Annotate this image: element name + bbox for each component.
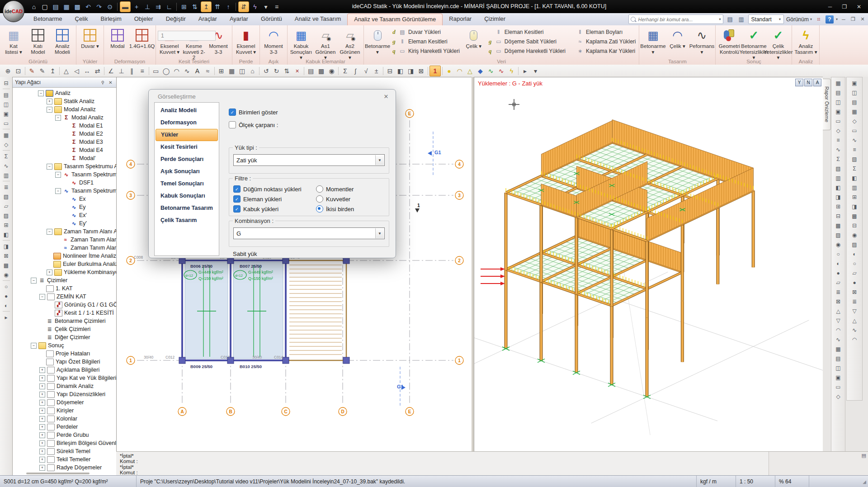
minimize-button[interactable]: ─ [824, 2, 836, 11]
tree-expander-icon[interactable]: + [39, 465, 45, 471]
tree-item-g-r-n-g1-g1-g-r[interactable]: ▞Görünüş G1 / G1 GÖR [13, 301, 117, 309]
tool-icon-44[interactable]: ◧ [395, 66, 406, 76]
ribbon-button-moment-3-3[interactable]: ◠Moment 3-3 [261, 27, 286, 55]
right2-icon-0[interactable]: ▣ [849, 78, 859, 88]
tool-icon-17[interactable]: ▭ [151, 66, 161, 76]
tab--elik[interactable]: Çelik [69, 13, 94, 25]
pin-icon[interactable]: ⚲ [99, 79, 107, 86]
tree-expander-icon[interactable]: + [39, 383, 45, 389]
tree-expander-icon[interactable]: + [39, 408, 45, 414]
left-icon-8[interactable]: ◇ [1, 140, 11, 149]
quick-icon-5[interactable]: ↶ [83, 2, 93, 12]
tree-item-yap-d-zensizlikleri[interactable]: +Yapı Düzensizlikleri [13, 390, 117, 398]
tree-item-dinamik-analiz[interactable]: +Dinamik Analiz [13, 382, 117, 390]
ribbon-button-1-4g-1-6q[interactable]: 1.4G+1.6Q [130, 27, 154, 50]
left-icon-2[interactable]: ▤ [1, 90, 11, 99]
tree-expander-icon[interactable]: − [31, 278, 37, 284]
left-icon-5[interactable]: ▭ [1, 118, 11, 128]
right2-icon-22[interactable]: ⊠ [849, 287, 859, 297]
tree-item-radye-d-emeler[interactable]: +Radye Döşemeler [13, 463, 117, 472]
tree-expander-icon[interactable]: + [47, 270, 52, 275]
right2-icon-4[interactable]: ◇ [849, 116, 859, 126]
left-icon-10[interactable]: Σ [1, 151, 11, 161]
left-icon-0[interactable]: ⊟ [1, 78, 11, 88]
dialog-list--elik-tasar-m[interactable]: Çelik Tasarım [155, 214, 219, 227]
right2-icon-25[interactable]: △ [849, 316, 859, 325]
right2-icon-2[interactable]: ▤ [849, 97, 859, 107]
right2-icon-15[interactable]: ⊟ [849, 221, 859, 230]
filter-radio-0[interactable]: Momentler [316, 184, 354, 194]
close-icon[interactable]: ✕ [382, 92, 390, 100]
tool-icon-50[interactable]: ● [444, 66, 454, 76]
tool-icon-12[interactable]: ∠ [106, 66, 116, 76]
ribbon-button-betonarme[interactable]: Betonarme ▾ [365, 27, 390, 55]
tool-icon-35[interactable]: ▩ [316, 66, 326, 76]
tab-report-preview[interactable]: Rapor Önizleme [823, 79, 831, 130]
ribbon-button-kat-listesi[interactable]: ▦Kat listesi ▾ [1, 27, 26, 55]
right2-icon-24[interactable]: ▽ [849, 306, 859, 316]
right2-icon-16[interactable]: ◉ [849, 230, 859, 240]
tree-item-nonlineer-i-tme-analizi[interactable]: Nonlineer İtme Analizi [13, 252, 117, 260]
dialog-list-analiz-modeli[interactable]: Analiz Modeli [155, 104, 219, 117]
ribbon-item-kaplama-zati-y-kleri[interactable]: ≈Kaplama Zati Yükleri [569, 38, 636, 45]
layer-stack-icon[interactable]: ▥ [737, 15, 746, 24]
tree-expander-icon[interactable]: − [55, 115, 61, 121]
dialog-list-a-k-sonu-lar-[interactable]: Aşık Sonuçları [155, 165, 219, 178]
left-icon-14[interactable]: ≣ [1, 182, 11, 192]
status-zoom[interactable]: % 64 [775, 476, 809, 487]
scale-factor-checkbox[interactable]: Ölçek çarpanı : [229, 120, 278, 129]
right1-icon-21[interactable]: ▱ [833, 278, 843, 287]
tool-icon-40[interactable]: √ [361, 66, 371, 76]
tree-item-kolonlar[interactable]: +Kolonlar [13, 415, 117, 423]
tab--izimler[interactable]: Çizimler [478, 13, 512, 25]
right1-icon-4[interactable]: ▭ [833, 116, 843, 126]
ribbon-button-modal[interactable]: Modal [105, 27, 130, 50]
tool-icon-46[interactable]: ⊠ [416, 66, 426, 76]
tool-icon-34[interactable]: ▤ [306, 66, 316, 76]
right1-icon-23[interactable]: ⊠ [833, 297, 843, 306]
tree-item-zaman-tan-m-alan-f[interactable]: ≈Zaman Tanım Alanı F [13, 236, 117, 244]
status-unit[interactable]: kgf / m [697, 476, 736, 487]
tool-icon-14[interactable]: ∥ [127, 66, 137, 76]
tab-ayarlar[interactable]: Ayarlar [223, 13, 255, 25]
tool-icon-20[interactable]: ∿ [182, 66, 192, 76]
left-icon-18[interactable]: ⊞ [1, 220, 11, 230]
tree-item-zaman-tan-m-alan-d[interactable]: ≈Zaman Tanım Alanı D [13, 244, 117, 252]
idecad-logo-icon[interactable]: ideCAD [3, 0, 24, 22]
tree-item-tasar-m-spektrumu-d[interactable]: −∿Tasarım Spektrumu D [13, 187, 117, 195]
tree-item-ex[interactable]: ∿Ex [13, 195, 117, 203]
view-menu[interactable]: Görünüm ▾ [786, 16, 812, 23]
ribbon-item-kiri-hareketli-y-kleri[interactable]: q▭Kiriş Hareketli Yükleri [392, 47, 460, 55]
tree-item-tasar-m-spektrumu[interactable]: −∿Tasarım Spektrumu [13, 170, 117, 179]
right1-icon-30[interactable]: ◫ [833, 363, 843, 373]
search-dropdown-icon[interactable]: ▾ [719, 17, 721, 21]
right1-icon-25[interactable]: ▽ [833, 316, 843, 325]
tree-expander-icon[interactable]: − [47, 164, 52, 170]
tree-expander-icon[interactable]: + [39, 424, 45, 430]
right1-icon-19[interactable]: ◐ [833, 259, 843, 268]
ribbon-item-kaplama-kar-y-kleri[interactable]: ∗Kaplama Kar Yükleri [569, 47, 636, 55]
quick-icon-15[interactable]: ⊞ [179, 2, 189, 12]
dialog-list-kesit-tesirleri[interactable]: Kesit Tesirleri [155, 141, 219, 153]
quick-icon-18[interactable]: ⇈ [212, 2, 222, 12]
quick-icon-6[interactable]: ↷ [94, 2, 104, 12]
right1-icon-12[interactable]: ◨ [833, 192, 843, 202]
tree-item-modal-e4[interactable]: ΣModal E4 [13, 146, 117, 154]
ribbon-item-d-eme-hareketli-y-kleri[interactable]: q▭Döşeme Hareketli Yükleri [488, 47, 566, 55]
left-icon-15[interactable]: ▧ [1, 192, 11, 201]
tool-icon-48[interactable]: 1 [429, 66, 441, 76]
tool-icon-5[interactable]: ↥ [47, 66, 58, 76]
filter-checkbox-2[interactable]: ✓Kabuk yükleri [233, 204, 302, 214]
tree-expander-icon[interactable]: − [47, 229, 52, 235]
dialog-list-deformasyon[interactable]: Deformasyon [155, 117, 219, 129]
right1-icon-31[interactable]: ▣ [833, 373, 843, 382]
tree-item-y-kleme-kombinasyonl[interactable]: +Yükleme Kombinasyonl [13, 268, 117, 276]
right2-icon-14[interactable]: ▩ [849, 211, 859, 221]
tree-expander-icon[interactable]: + [47, 99, 52, 104]
tool-icon-31[interactable]: ⇅ [282, 66, 292, 76]
tool-icon-22[interactable]: ≈ [203, 66, 213, 76]
viewport-button-a[interactable]: A [813, 79, 821, 86]
tree-expander-icon[interactable]: − [39, 294, 45, 300]
tool-icon-7[interactable]: △ [61, 66, 71, 76]
right2-icon-17[interactable]: ▨ [849, 240, 859, 249]
